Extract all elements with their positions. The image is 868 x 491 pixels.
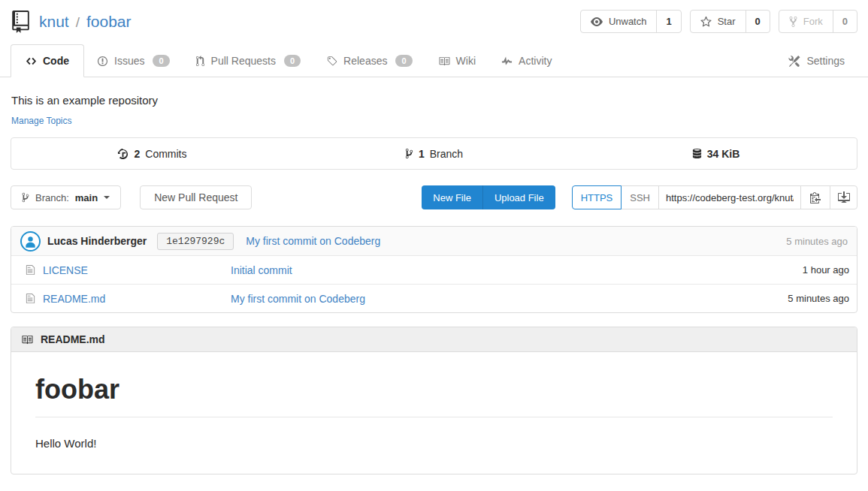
tag-icon xyxy=(326,56,337,67)
tab-activity-label: Activity xyxy=(519,55,552,67)
unwatch-button[interactable]: Unwatch xyxy=(581,11,657,32)
star-button[interactable]: Star xyxy=(691,11,746,32)
readme-filename: README.md xyxy=(41,333,105,345)
tab-releases[interactable]: Releases 0 xyxy=(313,45,425,77)
branches-stat[interactable]: 1 Branch xyxy=(293,148,575,160)
download-archive-button[interactable] xyxy=(830,185,857,209)
https-protocol-button[interactable]: HTTPS xyxy=(572,185,622,209)
tab-wiki-label: Wiki xyxy=(456,55,476,67)
commit-message-link[interactable]: My first commit on Codeberg xyxy=(246,235,380,247)
file-time: 1 hour ago xyxy=(803,264,849,276)
watchers-count[interactable]: 1 xyxy=(656,11,680,32)
pull-request-icon xyxy=(195,56,205,67)
table-row: LICENSE Initial commit 1 hour ago xyxy=(11,255,857,284)
pull-requests-count-badge: 0 xyxy=(284,55,301,67)
commit-author[interactable]: Lucas Hinderberger xyxy=(47,235,147,247)
manage-topics-link[interactable]: Manage Topics xyxy=(11,116,72,126)
file-name-cell: README.md xyxy=(19,293,231,305)
file-time: 5 minutes ago xyxy=(788,293,849,304)
issue-icon xyxy=(97,56,108,67)
repo-stats-bar: 2 Commits 1 Branch 34 KiB xyxy=(11,137,857,170)
tab-issues-label: Issues xyxy=(114,55,144,67)
person-icon xyxy=(23,234,38,249)
readme-header: README.md xyxy=(11,327,857,352)
star-button-group: Star 0 xyxy=(690,10,770,33)
new-pull-request-button[interactable]: New Pull Request xyxy=(140,185,252,209)
forks-count[interactable]: 0 xyxy=(833,11,857,32)
fork-button[interactable]: Fork xyxy=(779,11,833,32)
description-text: This is an example repository xyxy=(11,94,857,107)
size-stat: 34 KiB xyxy=(575,148,857,160)
readme-heading: foobar xyxy=(35,375,833,417)
tab-wiki[interactable]: Wiki xyxy=(425,45,488,77)
fork-label: Fork xyxy=(803,16,823,27)
tab-activity[interactable]: Activity xyxy=(488,45,564,77)
releases-count-badge: 0 xyxy=(395,55,412,67)
clone-url-group: HTTPS SSH xyxy=(572,185,857,209)
star-icon xyxy=(700,16,712,27)
file-list: Lucas Hinderberger 1e1297929c My first c… xyxy=(11,226,857,313)
clone-url-input[interactable] xyxy=(658,185,801,209)
owner-link[interactable]: knut xyxy=(39,13,69,31)
wiki-book-icon xyxy=(438,56,450,67)
breadcrumb: knut / foobar xyxy=(39,13,132,31)
latest-commit-row: Lucas Hinderberger 1e1297929c My first c… xyxy=(11,227,857,255)
tab-code-label: Code xyxy=(43,55,69,67)
file-commit-message[interactable]: My first commit on Codeberg xyxy=(231,293,365,305)
code-icon xyxy=(26,56,37,67)
issues-count-badge: 0 xyxy=(153,55,169,67)
unwatch-button-group: Unwatch 1 xyxy=(580,10,682,33)
branch-selector[interactable]: Branch: main xyxy=(11,185,121,209)
repo-tabbar: Code Issues 0 Pull Requests 0 Releases 0… xyxy=(0,44,868,77)
unwatch-label: Unwatch xyxy=(609,16,647,27)
book-icon xyxy=(21,334,33,345)
eye-icon xyxy=(591,16,603,28)
clipboard-icon xyxy=(810,191,821,203)
file-link[interactable]: README.md xyxy=(43,293,105,305)
tab-issues[interactable]: Issues 0 xyxy=(84,45,183,77)
new-file-button[interactable]: New File xyxy=(422,185,482,209)
branch-icon xyxy=(22,192,29,203)
tab-settings[interactable]: Settings xyxy=(776,45,857,77)
commits-label: Commits xyxy=(145,148,186,160)
file-commit-message[interactable]: Initial commit xyxy=(231,264,292,276)
upload-file-button[interactable]: Upload File xyxy=(482,185,555,209)
code-toolbar: Branch: main New Pull Request New File U… xyxy=(11,185,857,209)
download-icon xyxy=(838,191,850,203)
file-icon xyxy=(26,293,35,304)
database-icon xyxy=(692,148,702,159)
branches-count: 1 xyxy=(419,148,425,160)
copy-url-button[interactable] xyxy=(800,185,830,209)
readme-panel: README.md foobar Hello World! xyxy=(11,327,857,474)
star-label: Star xyxy=(718,16,736,27)
file-name-cell: LICENSE xyxy=(19,264,231,276)
branches-label: Branch xyxy=(430,148,463,160)
repo-link[interactable]: foobar xyxy=(86,13,132,31)
ssh-protocol-button[interactable]: SSH xyxy=(621,185,659,209)
tab-pull-requests[interactable]: Pull Requests 0 xyxy=(183,45,314,77)
file-icon xyxy=(26,264,35,276)
repo-header: knut / foobar Unwatch 1 Star 0 Fork 0 xyxy=(0,0,868,33)
tab-code[interactable]: Code xyxy=(11,44,84,77)
breadcrumb-separator: / xyxy=(76,14,80,31)
commits-count: 2 xyxy=(134,148,140,160)
branch-icon xyxy=(405,148,413,159)
file-actions-group: New File Upload File xyxy=(422,185,555,209)
commit-sha-badge[interactable]: 1e1297929c xyxy=(157,233,234,250)
branch-prefix-label: Branch: xyxy=(35,192,69,203)
commits-stat[interactable]: 2 Commits xyxy=(11,148,293,160)
readme-content: foobar Hello World! xyxy=(11,352,857,474)
repo-actions: Unwatch 1 Star 0 Fork 0 xyxy=(580,10,857,33)
repo-description: This is an example repository Manage Top… xyxy=(0,77,868,126)
commit-time: 5 minutes ago xyxy=(786,236,848,247)
tab-releases-label: Releases xyxy=(343,55,387,67)
pulse-icon xyxy=(501,56,513,67)
branch-name: main xyxy=(75,192,98,203)
stars-count[interactable]: 0 xyxy=(746,11,770,32)
avatar[interactable] xyxy=(20,231,41,252)
fork-button-group: Fork 0 xyxy=(779,10,857,33)
file-link[interactable]: LICENSE xyxy=(43,264,88,276)
tools-icon xyxy=(788,56,800,67)
tab-settings-label: Settings xyxy=(806,55,845,67)
repo-icon xyxy=(12,11,29,33)
